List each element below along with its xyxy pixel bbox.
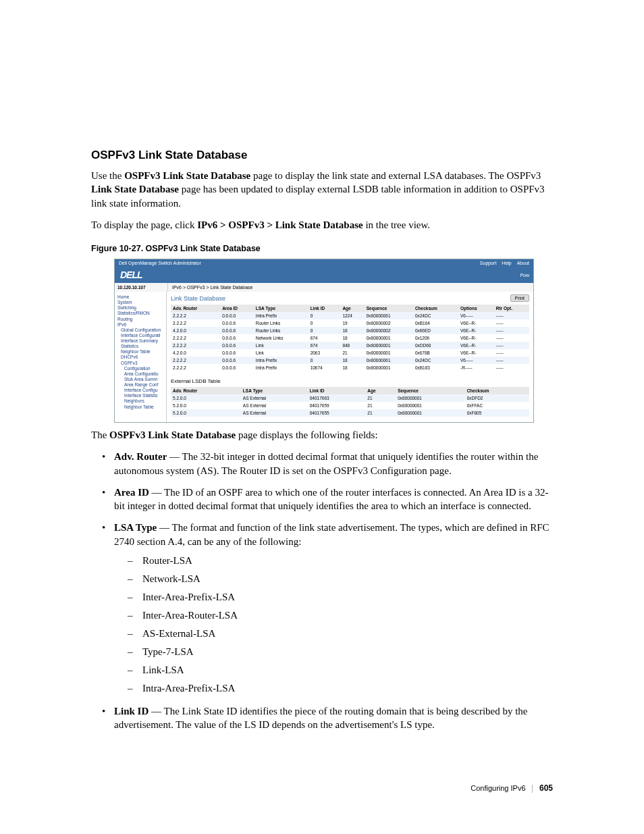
logo-sub: Pow — [520, 273, 533, 278]
cell: 0x80000061 — [365, 312, 413, 319]
tree-item[interactable]: Area Configuratio — [124, 371, 165, 377]
col-header: Options — [458, 305, 494, 312]
cell: V6E--R- — [458, 327, 494, 334]
col-header: Area ID — [220, 305, 254, 312]
col-header: Sequence — [396, 387, 464, 394]
list-item: Type-7-LSA — [142, 644, 553, 660]
tree-item[interactable]: Interface Configurati — [121, 333, 165, 338]
cell: V6E--R- — [458, 349, 494, 357]
app-title: Dell OpenManage Switch Administrator — [119, 261, 201, 265]
table-row: 2.2.2.20.0.0.6Network Links674180x800000… — [171, 334, 529, 342]
cell: 0x80000001 — [396, 394, 464, 402]
cell: ----- — [494, 327, 529, 334]
cell: 5.2.0.0 — [171, 394, 241, 402]
footer-sep: | — [532, 783, 533, 793]
tree-item[interactable]: System — [117, 300, 165, 305]
support-link[interactable]: Support — [480, 261, 497, 265]
cell: V6E--R- — [458, 342, 494, 349]
cell: 21 — [365, 409, 396, 417]
col-header: Rtr Opt. — [494, 305, 529, 312]
cell: 21 — [340, 349, 364, 357]
cell: 0x1206 — [413, 334, 458, 342]
cell: 2.2.2.2 — [171, 312, 220, 319]
cell: 0x80000001 — [365, 364, 413, 371]
footer-section: Configuring IPv6 — [471, 784, 525, 792]
cell: 0.0.0.6 — [220, 357, 254, 364]
cell: 2.2.2.2 — [171, 364, 220, 371]
cell: 0x80000001 — [365, 349, 413, 357]
cell: 0.0.0.6 — [220, 334, 254, 342]
tree-item[interactable]: Global Configuration — [121, 328, 165, 333]
cell: 19 — [340, 319, 364, 327]
cell: 2.2.2.2 — [171, 334, 220, 342]
table-row: 2.2.2.20.0.0.6Router Links0190x800000020… — [171, 319, 529, 327]
breadcrumb: IPv6 > OSPFv3 > Link State Database — [168, 283, 533, 292]
page-footer: Configuring IPv6 | 605 — [471, 783, 553, 793]
tree-item[interactable]: Home — [117, 294, 165, 300]
list-item: Router-LSA — [142, 552, 553, 569]
cell: ----- — [494, 349, 529, 357]
text: in the tree view. — [363, 219, 430, 230]
tree-item[interactable]: Neighbor Table — [124, 405, 165, 410]
col-header: Link ID — [308, 305, 341, 312]
cell: 0 — [308, 357, 341, 364]
cell: 0x80000002 — [365, 319, 413, 327]
tree-item[interactable]: Neighbor Table — [121, 349, 165, 355]
tree-item[interactable]: DHCPv6 — [121, 355, 165, 360]
cell: V6E--R- — [458, 334, 494, 342]
help-link[interactable]: Help — [502, 261, 511, 265]
cell: AS External — [241, 402, 308, 409]
table-row: 5.2.0.0AS External04017663210x800000010x… — [171, 394, 529, 402]
cell: 0.0.0.0 — [220, 312, 254, 319]
logo-text: DELL — [120, 269, 142, 280]
tree-item[interactable]: Statistics — [121, 344, 165, 349]
desc: — The 32-bit integer in dotted decimal f… — [114, 451, 538, 475]
cell: AS External — [241, 409, 308, 417]
cell: Intra Prefix — [254, 364, 308, 371]
cell: 1224 — [340, 312, 364, 319]
col-header: Age — [365, 387, 396, 394]
cell: 0x66ED — [413, 327, 458, 334]
cell: 0 — [308, 312, 341, 319]
tree-item[interactable]: IPv6 — [117, 322, 165, 328]
tree-item[interactable]: Configuration — [124, 366, 165, 371]
cell: ----- — [494, 334, 529, 342]
tree-item[interactable]: Stub Area Summ — [124, 377, 165, 382]
tree-item[interactable]: OSPFv3 — [121, 361, 165, 366]
about-link[interactable]: About — [517, 261, 529, 265]
cell: 0xB164 — [413, 319, 458, 327]
cell: 0x80000001 — [365, 342, 413, 349]
cell: Link — [254, 342, 308, 349]
col-header: Adv. Router — [171, 305, 220, 312]
list-item: Intra-Area-Prefix-LSA — [142, 680, 553, 696]
cell: 10674 — [308, 364, 341, 371]
tree-item[interactable]: Area Range Conf — [124, 382, 165, 388]
tree-item[interactable]: Interface Statistic — [124, 393, 165, 398]
print-button[interactable]: Print — [510, 294, 529, 302]
tree-item[interactable]: Switching — [117, 305, 165, 311]
tree-item[interactable]: Routing — [117, 317, 165, 322]
text: page displays the following fields: — [236, 429, 377, 440]
desc: — The Link State ID identifies the piece… — [114, 706, 528, 730]
desc: — The ID of an OSPF area to which one of… — [114, 487, 548, 511]
main-panel: Link State Database Print Adv. RouterAre… — [167, 292, 533, 422]
cell: 674 — [308, 334, 341, 342]
tree-item[interactable]: Neighbors — [124, 398, 165, 404]
cell: 0.0.0.6 — [220, 319, 254, 327]
tree-item[interactable]: Interface Configu — [124, 388, 165, 393]
tree-item[interactable]: Statistics/RMON — [117, 311, 165, 316]
tree-item[interactable]: Interface Summary — [121, 338, 165, 344]
dell-logo: DELL — [115, 267, 148, 283]
screenshot: Dell OpenManage Switch Administrator Sup… — [114, 259, 534, 423]
cell: 0x80000061 — [365, 357, 413, 364]
cell: Link — [254, 349, 308, 357]
nav-tree[interactable]: HomeSystemSwitchingStatistics/RMONRoutin… — [115, 292, 167, 422]
col-header: Sequence — [365, 305, 413, 312]
cell: 5.2.0.0 — [171, 409, 241, 417]
cell: 0x80000001 — [396, 402, 464, 409]
term: Link ID — [114, 706, 149, 716]
intro-paragraph-1: Use the OSPFv3 Link State Database page … — [91, 169, 553, 210]
text: To display the page, click — [91, 219, 197, 230]
cell: 674 — [308, 342, 341, 349]
cell: 0 — [308, 319, 341, 327]
